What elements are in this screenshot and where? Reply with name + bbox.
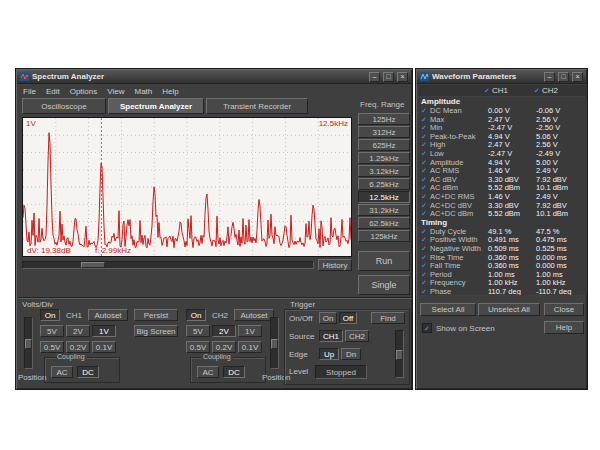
maximize-icon[interactable]: □ <box>558 72 569 82</box>
trigger-edge-up-button[interactable]: Up <box>319 348 339 360</box>
check-icon[interactable]: ✓ <box>421 150 430 157</box>
check-icon[interactable]: ✓ <box>421 245 430 252</box>
param-row[interactable]: ✓Low-2.47 V-2.49 V <box>421 149 587 158</box>
ch1-position-thumb[interactable] <box>25 339 32 349</box>
history-button[interactable]: History <box>318 259 352 271</box>
param-row[interactable]: ✓AC+DC dBV3.30 dBV7.92 dBV <box>421 201 587 210</box>
big-screen-button[interactable]: Big Screen <box>134 325 178 337</box>
check-icon[interactable]: ✓ <box>421 176 430 183</box>
ch1-2v-button[interactable]: 2V <box>66 325 90 337</box>
freq-range-125khz[interactable]: 125kHz <box>358 230 410 242</box>
freq-range-62.5khz[interactable]: 62.5kHz <box>358 217 410 229</box>
close-icon[interactable]: × <box>572 72 583 82</box>
param-row[interactable]: ✓Min-2.47 V-2.50 V <box>421 123 587 132</box>
close-button[interactable]: Close <box>544 303 584 316</box>
menu-item-edit[interactable]: Edit <box>46 87 60 96</box>
check-icon[interactable]: ✓ <box>421 124 430 131</box>
ch1-5v-button[interactable]: 5V <box>40 325 64 337</box>
param-row[interactable]: ✓Phase110.7 deg-110.7 deg <box>421 287 587 295</box>
ch1-position-slider[interactable] <box>24 317 33 369</box>
param-row[interactable]: ✓Duty Cycle49.1 %47.5 % <box>421 227 587 236</box>
ch2-position-thumb[interactable] <box>271 339 278 349</box>
check-icon[interactable]: ✓ <box>421 210 430 217</box>
tab-oscilloscope[interactable]: Oscilloscope <box>22 98 106 114</box>
param-row[interactable]: ✓AC dBm5.52 dBm10.1 dBm <box>421 183 587 192</box>
param-row[interactable]: ✓Negative Width0.509 ms0.525 ms <box>421 244 587 253</box>
minimize-icon[interactable]: – <box>544 72 555 82</box>
check-icon[interactable]: ✓ <box>421 193 430 200</box>
trigger-on-button[interactable]: On <box>319 312 337 324</box>
trigger-source-ch2-button[interactable]: CH2 <box>345 330 369 342</box>
check-icon[interactable]: ✓ <box>421 288 430 295</box>
freq-range-3.12khz[interactable]: 3.12kHz <box>358 165 410 177</box>
param-row[interactable]: ✓High2.47 V2.56 V <box>421 140 587 149</box>
check-icon[interactable]: ✓ <box>421 202 430 209</box>
maximize-icon[interactable]: □ <box>383 72 394 82</box>
ch1-0.5v-button[interactable]: 0.5V <box>40 341 64 353</box>
trigger-level-slider[interactable] <box>395 330 404 378</box>
freq-range-125hz[interactable]: 125Hz <box>358 113 410 125</box>
trigger-off-button[interactable]: Off <box>339 312 357 324</box>
ch1-0.2v-button[interactable]: 0.2V <box>66 341 90 353</box>
param-row[interactable]: ✓Amplitude4.94 V5.00 V <box>421 158 587 167</box>
ch1-dc-button[interactable]: DC <box>77 366 99 378</box>
plot-scroll-thumb[interactable] <box>81 262 105 268</box>
trigger-source-ch1-button[interactable]: CH1 <box>319 330 343 342</box>
minimize-icon[interactable]: – <box>369 72 380 82</box>
ch2-0.1v-button[interactable]: 0.1V <box>238 341 262 353</box>
check-icon[interactable]: ✓ <box>421 167 430 174</box>
menu-item-math[interactable]: Math <box>134 87 152 96</box>
run-button[interactable]: Run <box>358 251 410 271</box>
ch2-1v-button[interactable]: 1V <box>238 325 262 337</box>
ch1-ac-button[interactable]: AC <box>51 366 73 378</box>
tab-transient-recorder[interactable]: Transient Recorder <box>206 98 308 114</box>
check-icon[interactable]: ✓ <box>421 228 430 235</box>
ch2-column-header[interactable]: ✓ CH2 <box>534 86 584 95</box>
check-icon[interactable]: ✓ <box>421 184 430 191</box>
show-on-screen-checkbox[interactable]: ✓ <box>422 323 432 333</box>
param-row[interactable]: ✓Max2.47 V2.56 V <box>421 115 587 124</box>
check-icon[interactable]: ✓ <box>484 87 490 94</box>
param-row[interactable]: ✓Period1.00 ms1.00 ms <box>421 270 587 279</box>
menu-item-view[interactable]: View <box>107 87 124 96</box>
spectrum-plot[interactable]: 1V 12.5kHz dV: 19.38dB f: 2.99kHz <box>22 117 352 257</box>
freq-range-6.25khz[interactable]: 6.25kHz <box>358 178 410 190</box>
ch2-2v-button[interactable]: 2V <box>212 325 236 337</box>
ch1-on-button[interactable]: On <box>40 309 60 321</box>
param-row[interactable]: ✓Peak-to-Peak4.94 V5.06 V <box>421 132 587 141</box>
ch2-on-button[interactable]: On <box>186 309 206 321</box>
ch2-0.5v-button[interactable]: 0.5V <box>186 341 210 353</box>
ch1-0.1v-button[interactable]: 0.1V <box>92 341 116 353</box>
check-icon[interactable]: ✓ <box>421 141 430 148</box>
param-row[interactable]: ✓Positive Width0.491 ms0.475 ms <box>421 235 587 244</box>
freq-range-1.25khz[interactable]: 1.25kHz <box>358 152 410 164</box>
ch1-column-header[interactable]: ✓ CH1 <box>484 86 534 95</box>
ch1-1v-button[interactable]: 1V <box>92 325 116 337</box>
freq-range-312hz[interactable]: 312Hz <box>358 126 410 138</box>
persist-button[interactable]: Persist <box>134 309 178 321</box>
check-icon[interactable]: ✓ <box>421 116 430 123</box>
check-icon[interactable]: ✓ <box>421 159 430 166</box>
check-icon[interactable]: ✓ <box>421 107 430 114</box>
freq-range-625hz[interactable]: 625Hz <box>358 139 410 151</box>
trigger-find-button[interactable]: Find <box>371 312 405 324</box>
ch1-autoset-button[interactable]: Autoset <box>88 309 128 321</box>
tab-spectrum-analyzer[interactable]: Spectrum Analyzer <box>108 98 204 114</box>
spectrum-window-titlebar[interactable]: Spectrum Analyzer – □ × <box>17 70 411 84</box>
param-row[interactable]: ✓DC Mean0.00 V-0.06 V <box>421 106 587 115</box>
check-icon[interactable]: ✓ <box>534 87 540 94</box>
check-icon[interactable]: ✓ <box>421 262 430 269</box>
plot-scroll-slider[interactable] <box>22 261 314 269</box>
check-icon[interactable]: ✓ <box>421 271 430 278</box>
param-row[interactable]: ✓Fall Time0.360 ms0.000 ms <box>421 261 587 270</box>
param-row[interactable]: ✓AC+DC dBm5.52 dBm10.1 dBm <box>421 209 587 218</box>
ch2-autoset-button[interactable]: Autoset <box>234 309 274 321</box>
menu-item-file[interactable]: File <box>23 87 36 96</box>
ch2-dc-button[interactable]: DC <box>223 366 245 378</box>
param-row[interactable]: ✓AC RMS1.46 V2.49 V <box>421 166 587 175</box>
check-icon[interactable]: ✓ <box>421 133 430 140</box>
freq-range-12.5khz[interactable]: 12.5kHz <box>358 191 410 203</box>
param-row[interactable]: ✓Rise Time0.360 ms0.000 ms <box>421 253 587 262</box>
ch2-0.2v-button[interactable]: 0.2V <box>212 341 236 353</box>
menu-item-options[interactable]: Options <box>70 87 98 96</box>
